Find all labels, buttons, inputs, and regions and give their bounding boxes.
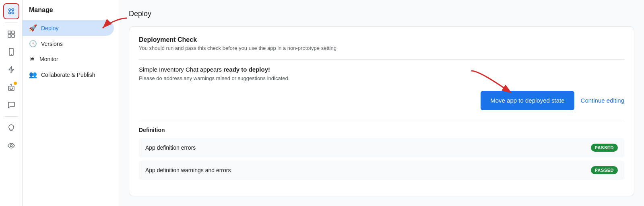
sidebar-item-collaborate[interactable]: 👥 Collaborate & Publish	[23, 67, 114, 82]
svg-point-21	[10, 145, 12, 147]
phone-icon[interactable]	[3, 44, 19, 60]
card-subtitle: You should run and pass this check befor…	[139, 45, 624, 51]
bulb-icon[interactable]	[3, 120, 19, 136]
chat-icon[interactable]	[3, 97, 19, 113]
deploy-button[interactable]: Move app to deployed state	[481, 91, 574, 110]
svg-point-18	[10, 84, 12, 85]
sidebar-item-deploy[interactable]: 🚀 Deploy	[23, 20, 114, 36]
definition-section-title: Definition	[139, 127, 624, 133]
sidebar-item-versions-label: Versions	[41, 41, 63, 47]
divider-1	[139, 59, 624, 60]
svg-rect-10	[8, 35, 11, 37]
card-title: Deployment Check	[139, 36, 624, 43]
svg-rect-11	[12, 35, 14, 37]
svg-rect-9	[12, 31, 14, 34]
sidebar-item-monitor-label: Monitor	[39, 56, 58, 62]
check-label-2: App definition warnings and errors	[145, 167, 231, 173]
action-row: Move app to deployed state Continue edit…	[139, 91, 624, 110]
ready-text: Simple Inventory Chat appears ready to d…	[139, 66, 624, 73]
svg-point-1	[12, 9, 14, 11]
collaborate-icon: 👥	[29, 71, 37, 78]
page-title: Deploy	[129, 10, 634, 18]
ready-prefix: Simple Inventory Chat appears	[139, 66, 223, 73]
versions-icon: 🕓	[29, 40, 37, 47]
svg-rect-8	[8, 31, 11, 34]
svg-point-3	[12, 12, 14, 14]
ready-bold: ready to deploy!	[223, 66, 270, 73]
robot-icon[interactable]	[3, 79, 19, 95]
check-label-1: App definition errors	[145, 144, 196, 151]
svg-point-15	[9, 88, 10, 89]
manage-icon[interactable]	[3, 3, 19, 19]
monitor-icon: 🖥	[29, 56, 35, 63]
rail-divider-2	[5, 116, 18, 117]
sidebar-item-monitor[interactable]: 🖥 Monitor	[23, 52, 114, 67]
icon-rail	[0, 0, 23, 206]
sidebar-item-versions[interactable]: 🕓 Versions	[23, 36, 114, 52]
continue-editing-button[interactable]: Continue editing	[581, 97, 624, 104]
deploy-icon: 🚀	[29, 24, 37, 32]
notification-badge	[14, 82, 17, 85]
svg-point-13	[11, 54, 12, 55]
lightning-icon[interactable]	[3, 62, 19, 78]
rail-divider-1	[5, 23, 18, 23]
divider-2	[139, 120, 624, 120]
svg-point-2	[8, 12, 10, 14]
check-badge-2: PASSED	[591, 166, 618, 174]
check-badge-1: PASSED	[591, 144, 618, 152]
check-row-2: App definition warnings and errors PASSE…	[139, 161, 624, 180]
grid-icon[interactable]	[3, 26, 19, 42]
sidebar-item-deploy-label: Deploy	[41, 25, 59, 31]
main-content: Deploy Deployment Check You should run a…	[119, 0, 644, 206]
sidebar-title: Manage	[23, 6, 119, 20]
sidebar-item-collaborate-label: Collaborate & Publish	[41, 72, 95, 78]
svg-point-16	[12, 88, 13, 89]
eye-icon[interactable]	[3, 138, 19, 154]
deployment-card: Deployment Check You should run and pass…	[129, 26, 634, 196]
svg-point-0	[8, 9, 10, 11]
svg-rect-14	[8, 86, 14, 91]
check-row-1: App definition errors PASSED	[139, 138, 624, 157]
ready-hint: Please do address any warnings raised or…	[139, 75, 624, 81]
sidebar: Manage 🚀 Deploy 🕓 Versions 🖥 Monitor 👥 C…	[23, 0, 119, 206]
